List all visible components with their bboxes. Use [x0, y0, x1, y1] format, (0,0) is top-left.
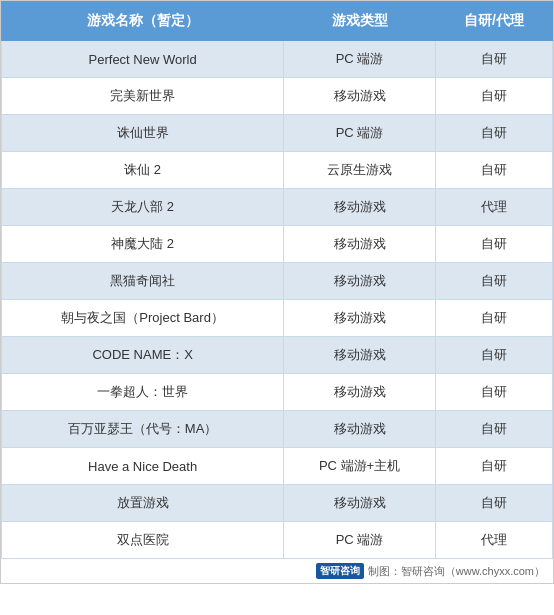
cell-game-dev: 自研	[435, 41, 552, 78]
table-row: 双点医院PC 端游代理	[2, 522, 553, 559]
table-row: Perfect New WorldPC 端游自研	[2, 41, 553, 78]
table-row: 诛仙 2云原生游戏自研	[2, 152, 553, 189]
cell-game-dev: 代理	[435, 522, 552, 559]
cell-game-dev: 自研	[435, 374, 552, 411]
cell-game-name: 诛仙 2	[2, 152, 284, 189]
table-row: 一拳超人：世界移动游戏自研	[2, 374, 553, 411]
cell-game-name: 百万亚瑟王（代号：MA）	[2, 411, 284, 448]
cell-game-type: 移动游戏	[284, 263, 436, 300]
cell-game-name: 完美新世界	[2, 78, 284, 115]
cell-game-dev: 自研	[435, 78, 552, 115]
cell-game-name: 黑猫奇闻社	[2, 263, 284, 300]
cell-game-name: 神魔大陆 2	[2, 226, 284, 263]
cell-game-dev: 自研	[435, 411, 552, 448]
cell-game-type: 移动游戏	[284, 337, 436, 374]
logo-box: 智研咨询	[316, 563, 364, 579]
footer: 智研咨询 制图：智研咨询（www.chyxx.com）	[1, 559, 553, 583]
table-row: Have a Nice DeathPC 端游+主机自研	[2, 448, 553, 485]
col-header-type: 游戏类型	[284, 2, 436, 41]
table-row: 朝与夜之国（Project Bard）移动游戏自研	[2, 300, 553, 337]
table-row: CODE NAME：X移动游戏自研	[2, 337, 553, 374]
cell-game-dev: 自研	[435, 337, 552, 374]
col-header-dev: 自研/代理	[435, 2, 552, 41]
cell-game-dev: 自研	[435, 115, 552, 152]
cell-game-name: 双点医院	[2, 522, 284, 559]
games-table: 游戏名称（暂定） 游戏类型 自研/代理 Perfect New WorldPC …	[1, 1, 553, 559]
cell-game-type: 云原生游戏	[284, 152, 436, 189]
footer-label: 制图：智研咨询（www.chyxx.com）	[368, 564, 545, 579]
cell-game-name: 放置游戏	[2, 485, 284, 522]
footer-logo: 智研咨询 制图：智研咨询（www.chyxx.com）	[316, 563, 545, 579]
cell-game-dev: 自研	[435, 226, 552, 263]
cell-game-type: 移动游戏	[284, 226, 436, 263]
cell-game-name: 一拳超人：世界	[2, 374, 284, 411]
cell-game-name: 朝与夜之国（Project Bard）	[2, 300, 284, 337]
cell-game-name: Perfect New World	[2, 41, 284, 78]
table-header-row: 游戏名称（暂定） 游戏类型 自研/代理	[2, 2, 553, 41]
cell-game-type: 移动游戏	[284, 300, 436, 337]
cell-game-dev: 自研	[435, 263, 552, 300]
table-row: 神魔大陆 2移动游戏自研	[2, 226, 553, 263]
table-row: 完美新世界移动游戏自研	[2, 78, 553, 115]
cell-game-name: Have a Nice Death	[2, 448, 284, 485]
cell-game-type: 移动游戏	[284, 189, 436, 226]
table-row: 黑猫奇闻社移动游戏自研	[2, 263, 553, 300]
cell-game-name: 天龙八部 2	[2, 189, 284, 226]
col-header-name: 游戏名称（暂定）	[2, 2, 284, 41]
cell-game-type: 移动游戏	[284, 374, 436, 411]
cell-game-type: PC 端游	[284, 522, 436, 559]
cell-game-type: 移动游戏	[284, 411, 436, 448]
cell-game-type: PC 端游+主机	[284, 448, 436, 485]
cell-game-type: PC 端游	[284, 115, 436, 152]
cell-game-type: PC 端游	[284, 41, 436, 78]
cell-game-dev: 自研	[435, 448, 552, 485]
cell-game-dev: 自研	[435, 300, 552, 337]
table-row: 天龙八部 2移动游戏代理	[2, 189, 553, 226]
table-row: 百万亚瑟王（代号：MA）移动游戏自研	[2, 411, 553, 448]
table-container: 游戏名称（暂定） 游戏类型 自研/代理 Perfect New WorldPC …	[0, 0, 554, 584]
table-row: 放置游戏移动游戏自研	[2, 485, 553, 522]
cell-game-type: 移动游戏	[284, 78, 436, 115]
cell-game-dev: 自研	[435, 152, 552, 189]
cell-game-dev: 代理	[435, 189, 552, 226]
cell-game-name: CODE NAME：X	[2, 337, 284, 374]
table-row: 诛仙世界PC 端游自研	[2, 115, 553, 152]
cell-game-dev: 自研	[435, 485, 552, 522]
cell-game-type: 移动游戏	[284, 485, 436, 522]
cell-game-name: 诛仙世界	[2, 115, 284, 152]
